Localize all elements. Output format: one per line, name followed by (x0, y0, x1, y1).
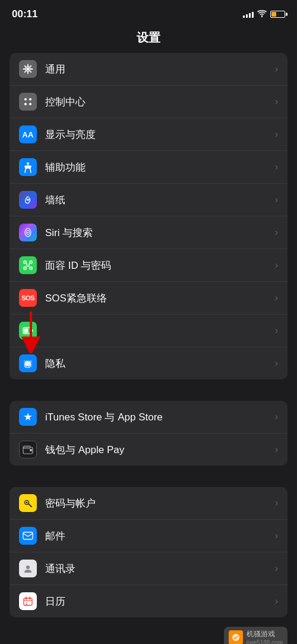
general-label: 通用 (45, 62, 273, 76)
svg-rect-7 (29, 99, 31, 100)
svg-rect-9 (29, 104, 31, 105)
privacy-icon (19, 354, 37, 372)
settings-item-siri[interactable]: Siri 与搜索 › (10, 216, 287, 249)
siri-chevron: › (275, 227, 278, 238)
itunes-chevron: › (275, 411, 278, 422)
mail-icon (19, 527, 37, 545)
settings-item-calendar[interactable]: 1 日历 › (10, 585, 287, 617)
wallet-chevron: › (275, 444, 278, 455)
passwords-icon (19, 494, 37, 512)
svg-rect-15 (24, 261, 26, 263)
contacts-label: 通讯录 (45, 562, 273, 576)
svg-line-32 (29, 504, 31, 507)
settings-item-mail[interactable]: 邮件 › (10, 520, 287, 552)
page-title: 设置 (0, 25, 297, 53)
control-center-chevron: › (275, 96, 278, 107)
settings-item-accessibility[interactable]: 辅助功能 › (10, 151, 287, 184)
siri-icon (19, 224, 37, 241)
settings-item-wallet[interactable]: 钱包与 Apple Pay › (10, 433, 287, 466)
itunes-label: iTunes Store 与 App Store (45, 410, 273, 424)
watermark: 机骚游戏 jixie5188.com (0, 624, 297, 644)
wallpaper-chevron: › (275, 194, 278, 205)
settings-group-2: iTunes Store 与 App Store › 钱包与 Apple Pay… (10, 401, 287, 466)
faceid-label: 面容 ID 与密码 (45, 259, 273, 272)
mail-chevron: › (275, 530, 278, 541)
wallpaper-icon (19, 191, 37, 209)
settings-item-passwords[interactable]: 密码与帐户 › (10, 487, 287, 520)
settings-item-faceid[interactable]: 面容 ID 与密码 › (10, 249, 287, 282)
svg-point-14 (27, 232, 29, 233)
privacy-chevron: › (275, 358, 278, 369)
section-divider-1 (0, 379, 297, 401)
svg-point-0 (27, 68, 30, 71)
settings-item-sos[interactable]: SOS SOS紧急联络 › (10, 282, 287, 315)
signal-icon (243, 11, 254, 18)
settings-item-itunes[interactable]: iTunes Store 与 App Store › (10, 401, 287, 433)
accessibility-label: 辅助功能 (45, 161, 273, 174)
watermark-text-container: 机骚游戏 jixie5188.com (247, 629, 283, 644)
accessibility-icon (19, 158, 37, 176)
settings-item-display[interactable]: AA 显示与亮度 › (10, 118, 287, 151)
svg-point-10 (27, 162, 29, 165)
accessibility-chevron: › (275, 162, 278, 172)
settings-group-1: 通用 › 控制中心 › AA 显示与亮度 › (10, 53, 287, 379)
settings-item-privacy[interactable]: 隐私 › (10, 347, 287, 379)
status-icons (243, 10, 285, 19)
settings-item-contacts[interactable]: 通讯录 › (10, 552, 287, 585)
sos-label: SOS紧急联络 (45, 291, 273, 305)
svg-rect-18 (30, 267, 32, 269)
faceid-icon (19, 256, 37, 274)
svg-rect-6 (24, 99, 27, 100)
contacts-icon (19, 560, 37, 577)
svg-point-33 (26, 502, 28, 504)
contacts-chevron: › (275, 563, 278, 574)
svg-rect-23 (32, 329, 33, 332)
control-center-label: 控制中心 (45, 95, 273, 109)
battery-chevron: › (275, 325, 278, 336)
watermark-badge: 机骚游戏 jixie5188.com (224, 627, 287, 644)
svg-rect-16 (30, 261, 32, 263)
calendar-icon: 1 (19, 592, 37, 610)
faceid-chevron: › (275, 260, 278, 271)
privacy-label: 隐私 (45, 357, 273, 370)
mail-label: 邮件 (45, 529, 273, 543)
appstore-icon (19, 408, 37, 426)
battery-icon (19, 322, 37, 340)
settings-item-wallpaper[interactable]: 墙纸 › (10, 184, 287, 216)
display-chevron: › (275, 129, 278, 140)
svg-rect-34 (23, 532, 33, 539)
wallpaper-label: 墙纸 (45, 193, 273, 207)
watermark-main: 机骚游戏 (247, 629, 283, 639)
general-chevron: › (275, 64, 278, 74)
svg-rect-17 (24, 267, 26, 269)
svg-point-35 (26, 566, 30, 569)
svg-point-20 (29, 263, 30, 265)
svg-rect-30 (30, 449, 32, 451)
settings-item-battery[interactable]: › (10, 315, 287, 347)
wallet-label: 钱包与 Apple Pay (45, 443, 273, 457)
calendar-label: 日历 (45, 595, 273, 608)
battery-status-icon (270, 11, 285, 18)
watermark-logo (229, 630, 243, 644)
control-center-icon (19, 93, 37, 111)
sos-chevron: › (275, 293, 278, 303)
svg-point-11 (27, 199, 29, 201)
sos-icon: SOS (19, 289, 37, 307)
display-label: 显示与亮度 (45, 128, 273, 142)
watermark-sub: jixie5188.com (247, 639, 283, 644)
svg-rect-8 (24, 104, 27, 105)
status-bar: 00:11 (0, 0, 297, 25)
passwords-label: 密码与帐户 (45, 497, 273, 510)
wallet-icon (19, 441, 37, 458)
passwords-chevron: › (275, 498, 278, 508)
status-time: 00:11 (12, 8, 37, 20)
display-icon: AA (19, 125, 37, 143)
settings-item-general[interactable]: 通用 › (10, 53, 287, 86)
settings-item-control-center[interactable]: 控制中心 › (10, 86, 287, 118)
svg-point-19 (26, 263, 27, 265)
calendar-chevron: › (275, 596, 278, 607)
general-icon (19, 60, 37, 78)
siri-label: Siri 与搜索 (45, 226, 273, 240)
wifi-icon (257, 10, 267, 19)
settings-group-3: 密码与帐户 › 邮件 › 通讯录 › (10, 487, 287, 617)
